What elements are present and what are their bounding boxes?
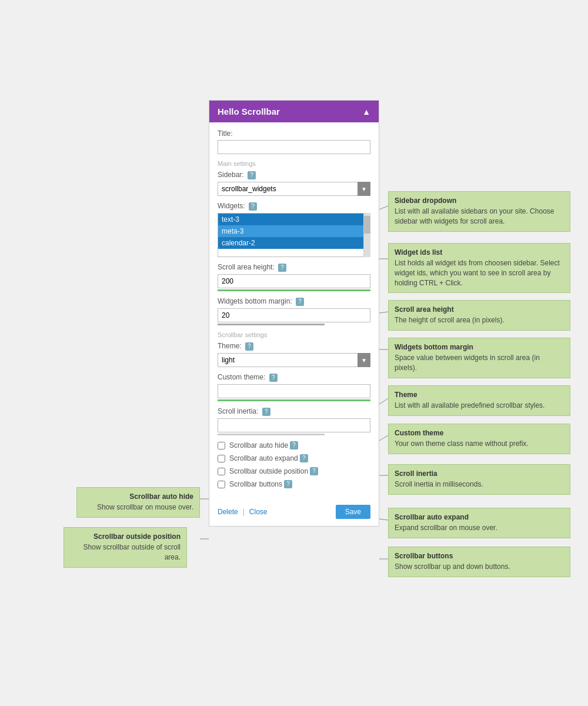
title-input[interactable] xyxy=(218,140,370,154)
widgets-label: Widgets: ? xyxy=(218,202,370,211)
scroll-inertia-input[interactable] xyxy=(218,418,370,432)
tooltip-scrollbar-outside-position: Scrollbar outside position Show scrollba… xyxy=(64,527,187,568)
theme-label: Theme: ? xyxy=(218,342,370,351)
panel-body: Title: Main settings Sidebar: ? scrollba… xyxy=(209,122,379,500)
scrollbar-outside-position-help-icon[interactable]: ? xyxy=(310,467,318,475)
scrollbar-auto-hide-row: Scrollbar auto hide ? xyxy=(218,441,370,449)
svg-line-2 xyxy=(379,312,388,313)
scroll-inertia-help-icon[interactable]: ? xyxy=(262,408,270,416)
scrollbar-outside-position-label: Scrollbar outside position xyxy=(229,467,308,475)
widgets-margin-group: Widgets bottom margin: ? xyxy=(218,297,370,325)
tooltip-theme: Theme List with all available predefined… xyxy=(388,385,570,416)
tooltip-theme-text: List with all available predefined scrol… xyxy=(395,401,564,411)
svg-line-8 xyxy=(379,519,388,520)
close-link[interactable]: Close xyxy=(249,508,268,516)
custom-theme-progress xyxy=(218,399,370,401)
tooltip-scrollbar-auto-hide-text: Show scrollbar on mouse over. xyxy=(83,502,193,512)
tooltip-custom-theme-title: Custom theme xyxy=(395,429,564,437)
theme-help-icon[interactable]: ? xyxy=(245,342,253,351)
page-wrapper: Hello Scrollbar ▲ Title: Main settings S… xyxy=(0,0,588,706)
delete-link[interactable]: Delete xyxy=(218,508,238,516)
tooltip-scroll-area-height-title: Scroll area height xyxy=(395,305,564,314)
tooltip-widget-ids-text: List holds all widget ids from choosen s… xyxy=(395,258,564,288)
widget-list[interactable]: text-3 meta-3 calendar-2 xyxy=(218,213,370,257)
tooltip-widget-ids-title: Widget ids list xyxy=(395,248,564,257)
tooltip-scrollbar-auto-hide-title: Scrollbar auto hide xyxy=(83,492,193,501)
tooltip-widgets-bottom-margin-title: Widgets bottom margin xyxy=(395,343,564,351)
tooltip-sidebar-dropdown-title: Sidebar dropdown xyxy=(395,197,564,205)
scroll-inertia-input-wrapper xyxy=(218,418,370,435)
tooltip-sidebar-dropdown: Sidebar dropdown List with all available… xyxy=(388,191,570,232)
scrollbar-outside-position-checkbox[interactable] xyxy=(218,468,225,475)
tooltip-scrollbar-auto-expand: Scrollbar auto expand Expand scrollbar o… xyxy=(388,508,570,538)
tooltip-widgets-bottom-margin-text: Space value between widgets in scroll ar… xyxy=(395,353,564,373)
tooltip-scrollbar-buttons-title: Scrollbar buttons xyxy=(395,552,564,560)
scroll-height-input[interactable] xyxy=(218,274,370,288)
scrollbar-auto-hide-checkbox[interactable] xyxy=(218,442,225,449)
widget-item-calendar2[interactable]: calendar-2 xyxy=(218,237,370,249)
footer-separator: | xyxy=(243,508,245,516)
tooltip-scrollbar-outside-position-text: Show scrollbar outside of scroll area. xyxy=(70,542,181,562)
scroll-height-group: Scroll area height: ? xyxy=(218,263,370,291)
tooltip-scroll-inertia-title: Scroll inertia xyxy=(395,469,564,478)
sidebar-label: Sidebar: ? xyxy=(218,171,370,179)
widgets-help-icon[interactable]: ? xyxy=(249,202,257,211)
scrollbar-auto-expand-help-icon[interactable]: ? xyxy=(300,454,308,462)
scroll-height-input-wrapper xyxy=(218,274,370,291)
scrollbar-buttons-help-icon[interactable]: ? xyxy=(284,480,292,488)
sidebar-group: Sidebar: ? scrollbar_widgets ▼ xyxy=(218,171,370,196)
widgets-margin-progress xyxy=(218,324,325,325)
main-panel: Hello Scrollbar ▲ Title: Main settings S… xyxy=(209,100,379,527)
scrollbar-auto-expand-checkbox[interactable] xyxy=(218,455,225,462)
title-group: Title: xyxy=(218,129,370,154)
tooltip-scroll-area-height-text: The height of scroll area (in pixels). xyxy=(395,315,564,325)
tooltip-scroll-inertia: Scroll inertia Scroll inertia in millise… xyxy=(388,464,570,495)
widget-list-scrollbar[interactable] xyxy=(363,213,370,257)
widgets-margin-input-wrapper xyxy=(218,308,370,325)
panel-header: Hello Scrollbar ▲ xyxy=(209,101,379,122)
widgets-margin-input[interactable] xyxy=(218,308,370,322)
custom-theme-input[interactable] xyxy=(218,384,370,398)
tooltip-custom-theme: Custom theme Your own theme class name w… xyxy=(388,424,570,454)
scrollbar-auto-expand-row: Scrollbar auto expand ? xyxy=(218,454,370,462)
save-button[interactable]: Save xyxy=(336,505,370,519)
scroll-height-label: Scroll area height: ? xyxy=(218,263,370,272)
tooltip-scroll-area-height: Scroll area height The height of scroll … xyxy=(388,300,570,331)
widgets-margin-label: Widgets bottom margin: ? xyxy=(218,297,370,306)
custom-theme-help-icon[interactable]: ? xyxy=(269,374,278,382)
tooltip-scrollbar-auto-hide: Scrollbar auto hide Show scrollbar on mo… xyxy=(76,487,200,518)
tooltip-scrollbar-auto-expand-text: Expand scrollbar on mouse over. xyxy=(395,523,564,533)
custom-theme-label: Custom theme: ? xyxy=(218,373,370,382)
collapse-arrow[interactable]: ▲ xyxy=(362,107,370,116)
scrollbar-auto-expand-label: Scrollbar auto expand xyxy=(229,454,298,462)
svg-line-5 xyxy=(379,435,388,441)
scrollbar-buttons-checkbox[interactable] xyxy=(218,481,225,488)
footer-links: Delete | Close xyxy=(218,508,268,516)
widget-item-text3[interactable]: text-3 xyxy=(218,214,370,225)
scroll-inertia-progress xyxy=(218,434,325,435)
tooltip-custom-theme-text: Your own theme class name without prefix… xyxy=(395,439,564,449)
panel-title: Hello Scrollbar xyxy=(218,106,280,116)
scroll-thumb xyxy=(364,216,370,234)
tooltip-scrollbar-auto-expand-title: Scrollbar auto expand xyxy=(395,513,564,521)
tooltip-theme-title: Theme xyxy=(395,391,564,399)
custom-theme-group: Custom theme: ? xyxy=(218,373,370,401)
widgets-margin-help-icon[interactable]: ? xyxy=(296,298,304,306)
scrollbar-buttons-row: Scrollbar buttons ? xyxy=(218,480,370,488)
main-settings-label: Main settings xyxy=(218,160,370,167)
theme-select[interactable]: light dark xyxy=(218,353,370,367)
scroll-height-help-icon[interactable]: ? xyxy=(278,264,286,272)
sidebar-help-icon[interactable]: ? xyxy=(248,171,256,179)
tooltip-scrollbar-outside-position-title: Scrollbar outside position xyxy=(70,532,181,541)
scroll-height-progress xyxy=(218,289,370,291)
svg-line-0 xyxy=(379,206,388,209)
tooltip-scrollbar-buttons: Scrollbar buttons Show scrollbar up and … xyxy=(388,547,570,577)
sidebar-select-wrapper: scrollbar_widgets ▼ xyxy=(218,182,370,196)
widget-item-meta3[interactable]: meta-3 xyxy=(218,225,370,237)
scrollbar-auto-hide-help-icon[interactable]: ? xyxy=(290,441,298,449)
custom-theme-input-wrapper xyxy=(218,384,370,401)
tooltip-sidebar-dropdown-text: List with all available sidebars on your… xyxy=(395,207,564,227)
scrollbar-outside-position-row: Scrollbar outside position ? xyxy=(218,467,370,475)
scrollbar-buttons-label: Scrollbar buttons xyxy=(229,480,282,488)
sidebar-select[interactable]: scrollbar_widgets xyxy=(218,182,370,196)
